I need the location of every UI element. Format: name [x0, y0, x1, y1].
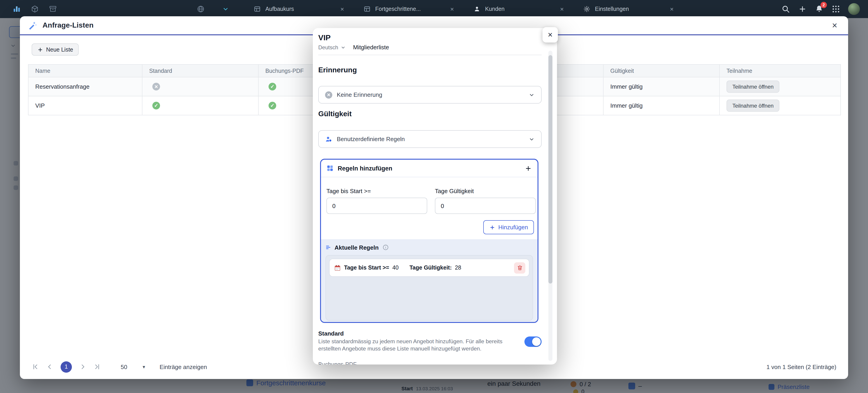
standard-text: Standard Liste standardmässig zu jedem n… [318, 330, 510, 353]
scrollbar-thumb[interactable] [548, 55, 553, 283]
tab-einstellungen[interactable]: Einstellungen × [579, 0, 678, 18]
days-until-start-label: Tage bis Start >= [327, 188, 371, 194]
tab-bar: Aufbaukurs × Fortgeschrittene... × Kunde… [249, 0, 688, 18]
rules-panel-title: Regeln hinzufügen [338, 165, 393, 172]
language-value: Deutsch [318, 44, 338, 51]
topbar-left-icons [13, 0, 57, 18]
standard-description: Liste standardmässig zu jedem neuen Ange… [318, 338, 510, 353]
list-name-row: Deutsch Mitgliederliste [318, 41, 541, 55]
days-until-start-input[interactable] [327, 198, 427, 214]
archive-icon[interactable] [49, 5, 57, 13]
status-icon [152, 83, 160, 90]
add-rule-button[interactable]: Hinzufügen [483, 220, 534, 234]
validity-value: Immer gültig [603, 77, 720, 96]
entries-label: Einträge anzeigen [160, 363, 207, 370]
search-icon[interactable] [781, 4, 790, 13]
chevron-down-icon [528, 136, 535, 142]
plus-icon[interactable] [798, 4, 807, 13]
chevron-down-icon [528, 92, 535, 98]
calendar-icon [334, 264, 341, 271]
reminder-value: Keine Erinnerung [337, 91, 382, 98]
tab-aufbaukurs[interactable]: Aufbaukurs × [249, 0, 348, 18]
reminder-select[interactable]: Keine Erinnerung [318, 86, 541, 103]
list-name-input[interactable]: Mitgliederliste [353, 44, 389, 51]
topbar-mid-icons [197, 0, 229, 18]
new-list-label: Neue Liste [46, 47, 73, 53]
close-icon[interactable]: × [670, 6, 674, 12]
days-validity-label: Tage Gültigkeit [435, 188, 474, 194]
last-page-button[interactable] [94, 363, 101, 370]
current-rules-title: Aktuelle Regeln [335, 244, 379, 251]
column-header-teilnahme: Teilnahme [720, 65, 840, 77]
gear-icon [583, 5, 590, 13]
tab-label: Einstellungen [595, 6, 665, 12]
previous-page-button[interactable] [46, 363, 53, 370]
validity-heading: Gültigkeit [318, 110, 352, 118]
column-header-standard: Standard [143, 65, 258, 77]
standard-toggle[interactable] [524, 336, 541, 347]
days-validity-input[interactable] [435, 198, 536, 214]
delete-rule-button[interactable] [514, 262, 525, 273]
close-icon[interactable]: × [450, 6, 454, 12]
info-icon[interactable] [382, 244, 389, 250]
magic-wand-icon [28, 21, 37, 30]
current-page-indicator[interactable]: 1 [61, 361, 72, 372]
table-icon [364, 5, 371, 13]
first-page-button[interactable] [32, 363, 39, 370]
rule-value: 40 [393, 265, 399, 271]
tab-kunden[interactable]: Kunden × [469, 0, 568, 18]
language-select[interactable]: Deutsch [318, 44, 346, 51]
box-icon[interactable] [31, 5, 39, 13]
rule-item: Tage bis Start >= 40 Tage Gültigkeit: 28 [329, 259, 529, 277]
rules-icon [327, 164, 334, 172]
chevron-down-icon [340, 44, 346, 50]
notification-badge: 2 [820, 2, 827, 8]
plus-icon [489, 224, 495, 231]
close-button[interactable]: × [829, 20, 840, 30]
app-logo-icon[interactable] [13, 5, 21, 13]
status-icon [269, 102, 276, 110]
current-rules-section: Aktuelle Regeln Tage bis Start >= 40 Tag… [321, 239, 537, 322]
column-header-name: Name [29, 65, 143, 77]
screen: Aufbaukurs × Fortgeschrittene... × Kunde… [0, 0, 868, 393]
rule-value: 28 [455, 265, 461, 271]
validity-value: Benutzerdefinierte Regeln [337, 136, 405, 143]
list-name: VIP [29, 96, 143, 115]
close-icon[interactable]: × [340, 6, 344, 12]
plus-icon [37, 47, 43, 53]
open-participation-button[interactable]: Teilnahme öffnen [726, 99, 779, 112]
chevron-down-icon[interactable] [222, 5, 229, 13]
custom-rules-panel: Regeln hinzufügen Tage bis Start >= Tage… [320, 159, 538, 323]
column-header-gueltigkeit: Gültigkeit [603, 65, 720, 77]
page-size-select[interactable]: 50 ▾ [121, 363, 145, 370]
bell-icon[interactable]: 2 [815, 4, 824, 13]
close-icon[interactable]: × [560, 6, 564, 12]
validity-select[interactable]: Benutzerdefinierte Regeln [318, 130, 541, 148]
vip-detail-dialog: VIP Deutsch Mitgliederliste Erinnerung K… [313, 28, 557, 364]
page-title: Anfrage-Listen [42, 21, 94, 29]
add-rule-label: Hinzufügen [498, 224, 528, 231]
next-page-button[interactable] [79, 363, 86, 370]
status-icon [152, 102, 160, 110]
rules-panel-header[interactable]: Regeln hinzufügen [321, 160, 537, 177]
reminder-heading: Erinnerung [318, 66, 357, 74]
tab-fortgeschrittene[interactable]: Fortgeschrittene... × [359, 0, 458, 18]
rule-label: Tage Gültigkeit: [409, 265, 452, 271]
tab-label: Fortgeschrittene... [375, 6, 446, 12]
tab-label: Kunden [485, 6, 556, 12]
apps-grid-icon[interactable] [831, 4, 840, 13]
list-name: Reservationsanfrage [29, 77, 143, 96]
expand-rules-button[interactable] [524, 164, 532, 172]
pagination-summary: 1 von 1 Seiten (2 Einträge) [767, 363, 836, 370]
open-participation-button[interactable]: Teilnahme öffnen [726, 81, 779, 93]
globe-icon[interactable] [197, 5, 205, 13]
table-icon [254, 5, 261, 13]
close-detail-button[interactable]: × [542, 27, 558, 42]
new-list-button[interactable]: Neue Liste [32, 43, 79, 56]
clipped-next-section: Buchungs-PDF [318, 361, 357, 364]
user-avatar[interactable] [848, 3, 860, 15]
vip-detail-modal: VIP Deutsch Mitgliederliste Erinnerung K… [313, 28, 557, 364]
standard-heading: Standard [318, 330, 510, 337]
topbar-right-icons: 2 [781, 0, 868, 18]
user-rules-icon [325, 135, 332, 143]
